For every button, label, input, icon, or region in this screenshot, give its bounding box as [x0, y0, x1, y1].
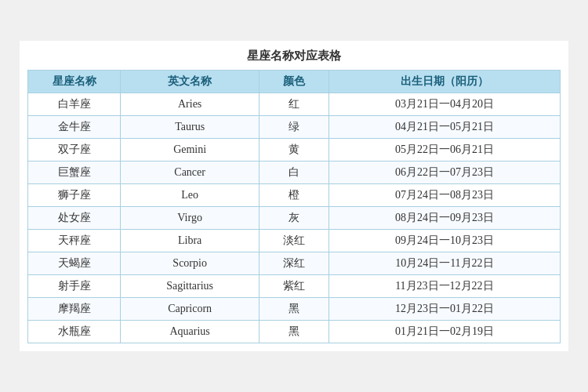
- zodiac-color-2: 黄: [260, 139, 329, 162]
- zodiac-color-9: 黑: [260, 298, 329, 321]
- zodiac-en-2: Gemini: [121, 139, 260, 162]
- zodiac-cn-7: 天蝎座: [28, 252, 121, 275]
- zodiac-en-7: Scorpio: [121, 252, 260, 275]
- zodiac-cn-6: 天秤座: [28, 230, 121, 252]
- zodiac-cn-9: 摩羯座: [28, 298, 121, 321]
- zodiac-color-4: 橙: [260, 184, 329, 207]
- zodiac-date-7: 10月24日一11月22日: [328, 252, 560, 275]
- table-row: 水瓶座Aquarius黑01月21日一02月19日: [28, 321, 561, 343]
- zodiac-color-7: 深红: [260, 252, 329, 275]
- zodiac-date-10: 01月21日一02月19日: [328, 321, 560, 343]
- zodiac-en-4: Leo: [121, 184, 260, 207]
- header-color: 颜色: [260, 71, 329, 93]
- table-row: 摩羯座Capricorn黑12月23日一01月22日: [28, 298, 561, 321]
- zodiac-date-2: 05月22日一06月21日: [328, 139, 560, 162]
- zodiac-en-9: Capricorn: [121, 298, 260, 321]
- table-row: 天秤座Libra淡红09月24日一10月23日: [28, 230, 561, 252]
- zodiac-cn-5: 处女座: [28, 207, 121, 230]
- header-date: 出生日期（阳历）: [328, 71, 560, 93]
- zodiac-en-3: Cancer: [121, 162, 260, 184]
- zodiac-date-5: 08月24日一09月23日: [328, 207, 560, 230]
- zodiac-color-10: 黑: [260, 321, 329, 343]
- table-row: 双子座Gemini黄05月22日一06月21日: [28, 139, 561, 162]
- page-title: 星座名称对应表格: [27, 49, 561, 64]
- zodiac-color-3: 白: [260, 162, 329, 184]
- header-en: 英文名称: [121, 71, 260, 93]
- zodiac-cn-0: 白羊座: [28, 93, 121, 116]
- table-row: 狮子座Leo橙07月24日一08月23日: [28, 184, 561, 207]
- main-container: 星座名称对应表格 星座名称 英文名称 颜色 出生日期（阳历） 白羊座Aries红…: [20, 41, 568, 351]
- zodiac-en-1: Taurus: [121, 116, 260, 139]
- zodiac-date-8: 11月23日一12月22日: [328, 275, 560, 298]
- zodiac-color-8: 紫红: [260, 275, 329, 298]
- zodiac-en-6: Libra: [121, 230, 260, 252]
- zodiac-cn-3: 巨蟹座: [28, 162, 121, 184]
- zodiac-date-3: 06月22日一07月23日: [328, 162, 560, 184]
- zodiac-en-0: Aries: [121, 93, 260, 116]
- zodiac-cn-1: 金牛座: [28, 116, 121, 139]
- zodiac-color-0: 红: [260, 93, 329, 116]
- zodiac-cn-8: 射手座: [28, 275, 121, 298]
- zodiac-date-1: 04月21日一05月21日: [328, 116, 560, 139]
- zodiac-date-0: 03月21日一04月20日: [328, 93, 560, 116]
- zodiac-color-1: 绿: [260, 116, 329, 139]
- zodiac-color-5: 灰: [260, 207, 329, 230]
- table-header-row: 星座名称 英文名称 颜色 出生日期（阳历）: [28, 71, 561, 93]
- table-row: 白羊座Aries红03月21日一04月20日: [28, 93, 561, 116]
- zodiac-color-6: 淡红: [260, 230, 329, 252]
- zodiac-date-4: 07月24日一08月23日: [328, 184, 560, 207]
- header-cn: 星座名称: [28, 71, 121, 93]
- zodiac-table: 星座名称 英文名称 颜色 出生日期（阳历） 白羊座Aries红03月21日一04…: [27, 70, 561, 343]
- zodiac-date-6: 09月24日一10月23日: [328, 230, 560, 252]
- table-row: 天蝎座Scorpio深红10月24日一11月22日: [28, 252, 561, 275]
- zodiac-cn-10: 水瓶座: [28, 321, 121, 343]
- table-row: 金牛座Taurus绿04月21日一05月21日: [28, 116, 561, 139]
- table-row: 处女座Virgo灰08月24日一09月23日: [28, 207, 561, 230]
- zodiac-en-10: Aquarius: [121, 321, 260, 343]
- zodiac-date-9: 12月23日一01月22日: [328, 298, 560, 321]
- zodiac-cn-2: 双子座: [28, 139, 121, 162]
- zodiac-en-8: Sagittarius: [121, 275, 260, 298]
- table-row: 巨蟹座Cancer白06月22日一07月23日: [28, 162, 561, 184]
- zodiac-en-5: Virgo: [121, 207, 260, 230]
- table-row: 射手座Sagittarius紫红11月23日一12月22日: [28, 275, 561, 298]
- zodiac-cn-4: 狮子座: [28, 184, 121, 207]
